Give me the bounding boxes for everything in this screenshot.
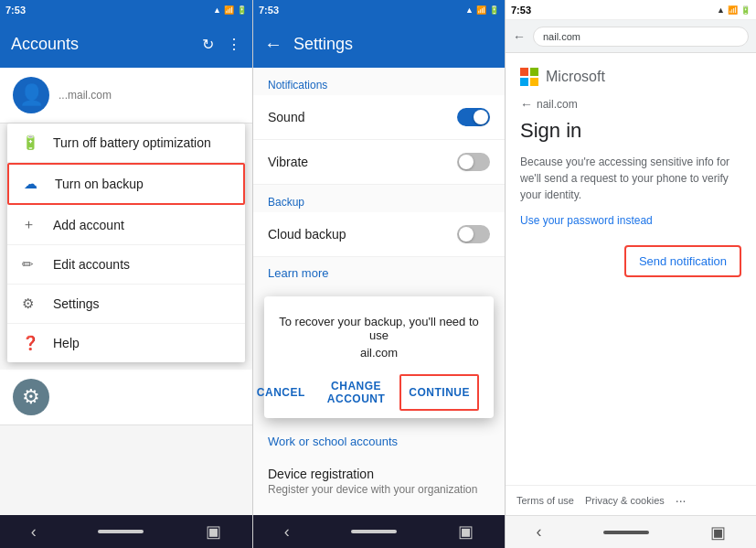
device-reg-desc: Register your device with your organizat… — [253, 483, 505, 503]
accounts-list: 👤 ...mail.com 🔋 Turn off battery optimiz… — [0, 68, 252, 515]
toolbar-icons: ↻ ⋮ — [202, 36, 241, 53]
nav-back-2[interactable]: ‹ — [284, 522, 290, 542]
ms-brand-name: Microsoft — [546, 69, 605, 85]
sound-toggle[interactable] — [457, 108, 490, 126]
battery-icon-2: 🔋 — [489, 5, 499, 15]
settings-panel: 7:53 ▲ 📶 🔋 ← Settings Notifications Soun… — [252, 0, 505, 548]
cancel-button[interactable]: CANCEL — [253, 374, 313, 411]
vibrate-toggle-knob — [459, 155, 474, 169]
person-icon-1: 👤 — [19, 83, 44, 107]
nav-recent-2[interactable]: ▣ — [458, 521, 474, 542]
nav-back-3[interactable]: ‹ — [537, 522, 542, 542]
ms-logo-red — [520, 68, 528, 76]
menu-item-backup[interactable]: ☁ Turn on backup — [7, 163, 245, 205]
menu-label-edit: Edit accounts — [53, 257, 130, 272]
ms-footer: Terms of use Privacy & cookies ··· — [506, 485, 756, 515]
backup-header: Backup — [253, 185, 505, 212]
learn-more-1[interactable]: Learn more — [253, 257, 505, 289]
edit-menu-icon: ✏ — [22, 256, 42, 273]
ms-logo-row: Microsoft — [520, 68, 741, 86]
more-icon[interactable]: ⋮ — [227, 36, 241, 53]
microsoft-signin-panel: 7:53 ▲ 📶 🔋 ← nail.com Microsoft ← nail.c… — [505, 0, 756, 548]
ms-battery-icon: 🔋 — [740, 5, 751, 15]
ms-logo-green — [530, 68, 538, 76]
status-time-1: 7:53 — [5, 5, 26, 16]
change-account-button[interactable]: CHANGE ACCOUNT — [320, 374, 393, 411]
settings-back-arrow[interactable]: ← — [264, 34, 282, 55]
wifi-icon-2: ▲ — [465, 5, 474, 15]
account-email-1: ...mail.com — [59, 89, 240, 102]
footer-more-icon[interactable]: ··· — [676, 493, 687, 508]
add-menu-icon: ＋ — [22, 216, 42, 233]
notifications-header: Notifications — [253, 68, 505, 95]
menu-item-battery[interactable]: 🔋 Turn off battery optimization — [7, 124, 245, 163]
account-item-2[interactable]: ⚙ — [0, 370, 252, 425]
terms-of-use-link[interactable]: Terms of use — [516, 495, 574, 506]
menu-item-help[interactable]: ❓ Help — [7, 324, 245, 362]
settings-content: Notifications Sound Vibrate Backup Cloud… — [253, 68, 505, 515]
menu-item-edit[interactable]: ✏ Edit accounts — [7, 245, 245, 285]
ms-status-time: 7:53 — [511, 5, 531, 16]
status-icons-1: ▲ 📶 🔋 — [213, 5, 247, 15]
ms-back-account[interactable]: ← nail.com — [520, 97, 741, 112]
nav-recent-3[interactable]: ▣ — [710, 522, 726, 543]
sound-row[interactable]: Sound — [253, 95, 505, 140]
dialog-email: ail.com — [279, 346, 479, 360]
ms-signal-icon: 📶 — [728, 5, 738, 15]
nav-bar-3: ‹ ▣ — [506, 515, 756, 548]
help-menu-icon: ❓ — [22, 335, 42, 351]
status-time-2: 7:53 — [259, 5, 279, 16]
accounts-panel: 7:53 ▲ 📶 🔋 Accounts ↻ ⋮ 👤 ...mail.com — [0, 0, 252, 548]
refresh-icon[interactable]: ↻ — [202, 36, 214, 53]
vibrate-toggle[interactable] — [457, 153, 490, 171]
status-icons-2: ▲ 📶 🔋 — [465, 5, 499, 15]
send-notification-button[interactable]: Send notification — [624, 245, 741, 277]
vibrate-row[interactable]: Vibrate — [253, 140, 505, 185]
ms-status-bar: 7:53 ▲ 📶 🔋 — [506, 0, 756, 20]
nav-bar-2: ‹ ▣ — [253, 515, 505, 548]
sound-toggle-knob — [474, 110, 488, 124]
backup-dialog: To recover your backup, you'll need to u… — [264, 296, 494, 418]
battery-icon-1: 🔋 — [237, 5, 247, 15]
menu-item-add[interactable]: ＋ Add account — [7, 205, 245, 245]
ms-browser-bar: ← nail.com — [506, 20, 756, 53]
settings-toolbar: ← Settings — [253, 20, 505, 68]
ms-url-bar[interactable]: nail.com — [533, 27, 749, 47]
dropdown-menu: 🔋 Turn off battery optimization ☁ Turn o… — [7, 124, 245, 362]
sound-label: Sound — [268, 110, 304, 124]
ms-description: Because you're accessing sensitive info … — [520, 154, 741, 203]
dialog-text: To recover your backup, you'll need to u… — [279, 315, 479, 342]
signal-icon: 📶 — [224, 5, 234, 15]
nav-back-1[interactable]: ‹ — [31, 522, 37, 542]
avatar-2: ⚙ — [13, 379, 49, 415]
avatar-1: 👤 — [13, 77, 49, 113]
stay-logged-link[interactable]: Stay logged in to your Microsoft work or… — [253, 503, 505, 515]
status-bar-2: 7:53 ▲ 📶 🔋 — [253, 0, 505, 20]
continue-button[interactable]: CONTINUE — [399, 374, 479, 411]
settings-title: Settings — [293, 35, 353, 54]
backup-menu-icon: ☁ — [24, 176, 44, 192]
menu-label-backup: Turn on backup — [55, 177, 144, 191]
menu-label-settings: Settings — [53, 296, 100, 311]
wifi-icon: ▲ — [213, 5, 221, 15]
work-school-link[interactable]: Work or school accounts — [253, 425, 505, 457]
account-item-1[interactable]: 👤 ...mail.com — [0, 68, 252, 124]
settings-menu-icon: ⚙ — [22, 295, 42, 312]
ms-use-password-link[interactable]: Use your password instead — [520, 214, 741, 227]
ms-status-icons: ▲ 📶 🔋 — [717, 5, 751, 15]
nav-bar-1: ‹ ▣ — [0, 515, 252, 548]
cloud-backup-toggle[interactable] — [457, 225, 490, 243]
cloud-backup-row[interactable]: Cloud backup — [253, 212, 505, 257]
ms-logo-yellow — [530, 78, 538, 86]
ms-back-icon: ← — [520, 97, 533, 112]
ms-browser-back[interactable]: ← — [513, 29, 526, 44]
signal-icon-2: 📶 — [476, 5, 486, 15]
accounts-title: Accounts — [11, 35, 79, 54]
menu-label-add: Add account — [53, 218, 124, 232]
nav-recent-1[interactable]: ▣ — [206, 521, 221, 542]
menu-label-battery: Turn off battery optimization — [53, 135, 211, 150]
nav-home-3 — [603, 531, 649, 534]
privacy-cookies-link[interactable]: Privacy & cookies — [585, 495, 665, 506]
menu-item-settings[interactable]: ⚙ Settings — [7, 285, 245, 324]
ms-logo — [520, 68, 538, 86]
